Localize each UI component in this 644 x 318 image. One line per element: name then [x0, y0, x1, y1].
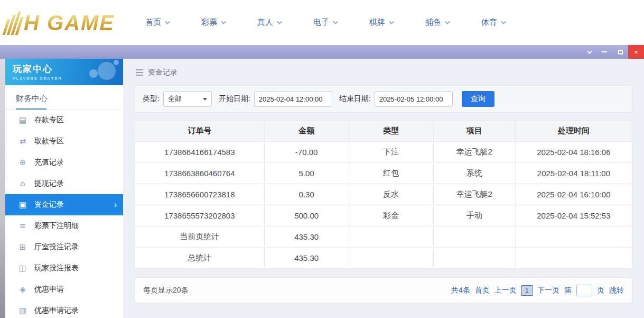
sidebar-item-promo-apply-records[interactable]: ▥优惠申请记录 — [5, 300, 123, 318]
promo-apply-records-icon: ▥ — [18, 306, 27, 315]
top-header: H GAME 首页彩票真人电子棋牌捕鱼体育 — [0, 0, 644, 45]
sidebar-section-label: 财务中心 — [16, 94, 48, 103]
player-bet-report-icon: ◫ — [18, 264, 27, 273]
end-date-input[interactable] — [375, 91, 453, 107]
table-cell: 5.00 — [264, 163, 349, 184]
sidebar-item-label: 充值记录 — [34, 158, 64, 167]
table-cell: 当前页统计 — [135, 226, 265, 248]
table-cell: 1738655573202803 — [135, 205, 265, 226]
table-cell — [515, 248, 632, 269]
type-select[interactable]: 全部 — [163, 91, 212, 107]
nav-item-2[interactable]: 真人 — [257, 17, 281, 28]
withdrawal-records-icon: ⌂ — [18, 179, 27, 188]
type-label: 类型: — [143, 94, 160, 104]
table-row: 17386638604607645.00红包系统2025-02-04 18:11… — [135, 163, 632, 184]
table-header-cell: 项目 — [433, 121, 515, 142]
nav-item-4[interactable]: 棋牌 — [369, 17, 393, 28]
table-cell — [433, 248, 515, 269]
table-cell — [433, 226, 515, 248]
chevron-down-icon — [389, 19, 394, 24]
sidebar-item-label: 优惠申请 — [34, 285, 64, 294]
recharge-records-icon: ⊕ — [18, 158, 27, 167]
table-cell: 幸运飞艇2 — [433, 184, 515, 205]
start-date-input[interactable] — [254, 91, 332, 107]
table-row: 17386566007238180.30反水幸运飞艇22025-02-04 16… — [135, 184, 632, 205]
sidebar-item-label: 优惠申请记录 — [34, 306, 79, 315]
table-cell: 总统计 — [135, 248, 265, 269]
withdraw-zone-icon: ⇄ — [18, 137, 27, 146]
sidebar-item-withdrawal-records[interactable]: ⌂提现记录 — [5, 173, 123, 194]
nav-item-label: 捕鱼 — [425, 17, 441, 28]
hall-bet-records-icon: ⊞ — [18, 242, 27, 252]
table-header-row: 订单号金额类型项目处理时间 — [135, 121, 632, 142]
chevron-down-icon — [165, 19, 170, 24]
chevron-down-icon — [221, 19, 226, 24]
nav-item-label: 棋牌 — [369, 17, 385, 28]
jump-link[interactable]: 跳转 — [609, 286, 624, 295]
chevron-down-icon — [333, 19, 338, 24]
logo-bars-icon — [3, 11, 26, 35]
nav-item-5[interactable]: 捕鱼 — [425, 17, 449, 28]
chevron-down-icon — [445, 19, 450, 24]
table-cell: 1738664166174583 — [135, 142, 265, 163]
minimize-icon — [602, 51, 607, 52]
nav-item-label: 真人 — [257, 17, 273, 28]
nav-item-3[interactable]: 电子 — [313, 17, 337, 28]
sidebar-item-label: 彩票下注明细 — [34, 221, 79, 231]
funds-records-table: 订单号金额类型项目处理时间 1738664166174583-70.00下注幸运… — [135, 120, 632, 269]
table-header-cell: 订单号 — [135, 121, 265, 142]
sidebar-item-withdraw-zone[interactable]: ⇄取款专区 — [5, 131, 123, 152]
chevron-right-icon: › — [114, 200, 117, 210]
table-cell: 435.30 — [264, 248, 349, 269]
page-jump-input[interactable] — [576, 285, 592, 296]
chevron-down-icon — [501, 19, 506, 24]
search-button[interactable]: 查询 — [462, 91, 494, 107]
funds-records-icon: ▣ — [18, 200, 27, 210]
nav-item-6[interactable]: 体育 — [481, 17, 505, 28]
window-minimize-button[interactable] — [596, 45, 612, 59]
table-cell: 500.00 — [264, 205, 349, 226]
table-cell: -70.00 — [264, 142, 349, 163]
first-page-link[interactable]: 首页 — [475, 286, 490, 295]
sidebar-item-recharge-records[interactable]: ⊕充值记录 — [5, 152, 123, 173]
sidebar-item-label: 存款专区 — [34, 115, 64, 125]
deposit-zone-icon: ▤ — [18, 115, 27, 125]
start-date-label: 开始日期: — [219, 94, 250, 104]
window-maximize-button[interactable] — [612, 45, 628, 59]
window-dropdown-button[interactable] — [581, 45, 596, 59]
sidebar-item-label: 玩家投注报表 — [34, 264, 79, 273]
main-nav: 首页彩票真人电子棋牌捕鱼体育 — [145, 17, 505, 28]
sidebar-item-funds-records[interactable]: ▣资金记录› — [5, 194, 123, 215]
per-page-label: 每页显示20条 — [143, 286, 189, 295]
table-cell: 彩金 — [349, 205, 433, 226]
total-count-label: 共4条 — [451, 286, 470, 295]
page-prefix-label: 第 — [564, 286, 572, 295]
sidebar-item-label: 提现记录 — [34, 179, 64, 188]
menu-icon[interactable] — [136, 69, 143, 76]
sidebar-item-lottery-bet-details[interactable]: ≡彩票下注明细 — [5, 215, 123, 237]
table-cell: 系统 — [433, 163, 515, 184]
type-select-value: 全部 — [168, 94, 182, 104]
nav-item-label: 体育 — [481, 17, 497, 28]
filter-bar: 类型: 全部 开始日期: 结束日期: 查询 — [135, 85, 632, 113]
sidebar-item-hall-bet-records[interactable]: ⊞厅室投注记录 — [5, 237, 123, 258]
sidebar-item-deposit-zone[interactable]: ▤存款专区 — [5, 110, 123, 131]
page-suffix-label: 页 — [597, 286, 604, 295]
logo-text: H GAME — [24, 11, 115, 35]
sidebar-item-label: 厅室投注记录 — [34, 242, 79, 252]
current-page[interactable]: 1 — [521, 285, 533, 296]
table-row: 总统计435.30 — [135, 248, 632, 269]
nav-item-1[interactable]: 彩票 — [201, 17, 225, 28]
table-header-cell: 类型 — [349, 121, 433, 142]
pager: 共4条 首页 上一页 1 下一页 第 页 跳转 — [451, 285, 624, 296]
window-close-button[interactable]: × — [628, 45, 644, 59]
sidebar-item-player-bet-report[interactable]: ◫玩家投注报表 — [5, 258, 123, 279]
sidebar-item-promo-apply[interactable]: ◈优惠申请 — [5, 279, 123, 300]
sidebar-item-label: 取款专区 — [34, 137, 64, 146]
nav-item-0[interactable]: 首页 — [145, 17, 169, 28]
next-page-link[interactable]: 下一页 — [537, 286, 559, 295]
prev-page-link[interactable]: 上一页 — [494, 286, 517, 295]
sidebar-menu: ▤存款专区⇄取款专区⊕充值记录⌂提现记录▣资金记录›≡彩票下注明细⊞厅室投注记录… — [5, 110, 123, 318]
chevron-down-icon — [277, 19, 282, 24]
nav-item-label: 彩票 — [201, 17, 217, 28]
